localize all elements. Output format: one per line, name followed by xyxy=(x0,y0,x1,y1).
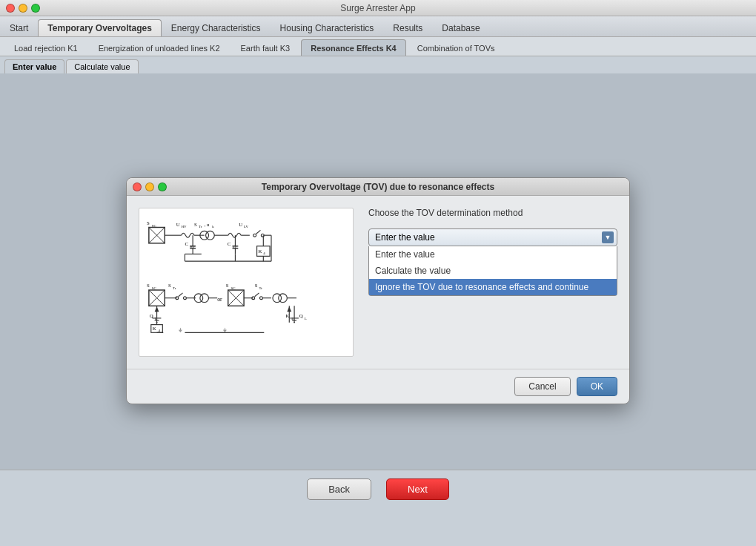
tab-results[interactable]: Results xyxy=(383,19,432,36)
modal-title: Temporary Overvoltage (TOV) due to reson… xyxy=(262,182,494,192)
svg-point-60 xyxy=(200,294,209,303)
main-nav: Start Temporary Overvoltages Energy Char… xyxy=(0,16,756,37)
svg-text:⏚: ⏚ xyxy=(179,326,182,333)
svg-text:S: S xyxy=(147,220,150,226)
window-controls xyxy=(6,4,40,13)
svg-marker-84 xyxy=(155,306,159,312)
svg-point-21 xyxy=(253,234,256,237)
svg-text:S: S xyxy=(255,283,258,288)
modal-controls: Choose the TOV determination method Ente… xyxy=(368,208,617,357)
inner-tabs: Enter value Calculate value xyxy=(0,56,756,73)
tab-housing[interactable]: Housing Characteristics xyxy=(271,19,384,36)
modal-window-controls xyxy=(133,182,167,191)
modal-close-button[interactable] xyxy=(133,182,142,191)
svg-point-55 xyxy=(183,297,186,300)
dropdown-selected[interactable]: Enter the value ▼ xyxy=(368,228,617,246)
subtab-k1[interactable]: Load rejection K1 xyxy=(4,39,87,56)
svg-text:HV: HV xyxy=(182,226,187,229)
tab-tov[interactable]: Temporary Overvoltages xyxy=(38,19,162,36)
svg-text:SC: SC xyxy=(231,286,236,290)
modal-dialog: Temporary Overvoltage (TOV) due to reson… xyxy=(126,177,630,404)
subtab-k3[interactable]: Earth fault K3 xyxy=(231,39,300,56)
svg-text:K: K xyxy=(259,249,262,254)
svg-text:C: C xyxy=(228,241,231,246)
svg-text:Q: Q xyxy=(299,313,303,318)
dropdown-arrow-icon: ▼ xyxy=(602,231,614,243)
svg-text:k: k xyxy=(212,226,214,229)
bottom-bar: Back Next xyxy=(0,470,756,508)
svg-text:SC: SC xyxy=(152,224,156,228)
svg-text:Q: Q xyxy=(150,313,153,318)
dropdown-item-calculate[interactable]: Calculate the value xyxy=(369,263,617,279)
svg-text:U: U xyxy=(176,222,180,227)
modal-overlay: Temporary Overvoltage (TOV) due to reson… xyxy=(0,73,756,508)
svg-text:HV: HV xyxy=(190,245,195,249)
svg-text:Tr: Tr xyxy=(173,286,176,290)
svg-text:SC: SC xyxy=(152,286,156,290)
subtab-k2[interactable]: Energization of unloaded lines K2 xyxy=(89,39,230,56)
ok-button[interactable]: OK xyxy=(577,377,617,396)
dropdown-list: Enter the value Calculate the value Igno… xyxy=(368,246,617,296)
svg-point-76 xyxy=(279,294,288,303)
svg-text:U: U xyxy=(239,222,242,227)
choose-method-label: Choose the TOV determination method xyxy=(368,208,617,218)
svg-text:C: C xyxy=(185,241,188,246)
maximize-button[interactable] xyxy=(31,4,40,13)
svg-line-54 xyxy=(179,293,183,297)
tab-start[interactable]: Start xyxy=(0,19,38,36)
modal-body: S SC U HV xyxy=(127,196,629,369)
svg-text:S: S xyxy=(168,283,171,288)
inner-tab-calculate[interactable]: Calculate value xyxy=(66,59,138,73)
dropdown-item-ignore[interactable]: Ignore the TOV due to resonance effects … xyxy=(369,279,617,295)
modal-maximize-button[interactable] xyxy=(158,182,167,191)
sub-nav: Load rejection K1 Energization of unload… xyxy=(0,37,756,56)
subtab-k4[interactable]: Resonance Effects K4 xyxy=(301,39,406,56)
svg-point-11 xyxy=(206,231,215,240)
circuit-svg: S SC U HV xyxy=(145,214,347,348)
app-title: Surge Arrester App xyxy=(340,3,415,13)
svg-text:, u: , u xyxy=(205,222,210,227)
svg-text:LV: LV xyxy=(233,245,238,249)
tab-database[interactable]: Database xyxy=(432,19,489,36)
tab-energy[interactable]: Energy Characteristics xyxy=(162,19,271,36)
svg-text:S: S xyxy=(194,222,197,227)
svg-text:L: L xyxy=(155,317,157,320)
svg-point-71 xyxy=(259,297,262,300)
svg-text:L: L xyxy=(305,317,307,320)
svg-text:S: S xyxy=(226,283,229,288)
svg-line-22 xyxy=(256,231,261,234)
svg-text:S: S xyxy=(147,283,150,288)
svg-text:or: or xyxy=(217,296,222,303)
dropdown-selected-text: Enter the value xyxy=(375,232,435,243)
svg-text:4: 4 xyxy=(158,329,160,332)
dropdown-item-enter[interactable]: Enter the value xyxy=(369,246,617,263)
minimize-button[interactable] xyxy=(19,4,27,13)
back-button[interactable]: Back xyxy=(307,478,371,500)
close-button[interactable] xyxy=(6,4,15,13)
main-content: Temporary Overvoltage (TOV) due to reson… xyxy=(0,73,756,508)
modal-title-bar: Temporary Overvoltage (TOV) due to reson… xyxy=(127,178,629,196)
svg-text:Tr: Tr xyxy=(259,286,262,290)
cancel-button[interactable]: Cancel xyxy=(514,377,570,396)
circuit-diagram: S SC U HV xyxy=(139,208,354,357)
svg-text:LV: LV xyxy=(244,226,249,229)
modal-footer: Cancel OK xyxy=(127,369,629,404)
svg-text:Tr: Tr xyxy=(199,226,202,229)
modal-minimize-button[interactable] xyxy=(145,182,154,191)
svg-text:K: K xyxy=(285,313,289,318)
svg-line-70 xyxy=(255,293,259,297)
method-dropdown[interactable]: Enter the value ▼ Enter the value Calcul… xyxy=(368,228,617,246)
inner-tab-enter[interactable]: Enter value xyxy=(4,59,64,73)
title-bar: Surge Arrester App xyxy=(0,0,756,16)
subtab-comb[interactable]: Combination of TOVs xyxy=(408,39,505,56)
next-button[interactable]: Next xyxy=(386,478,449,500)
svg-text:K: K xyxy=(153,326,156,332)
svg-text:⏚: ⏚ xyxy=(223,326,227,333)
svg-text:4: 4 xyxy=(263,252,265,256)
svg-marker-92 xyxy=(287,306,291,312)
